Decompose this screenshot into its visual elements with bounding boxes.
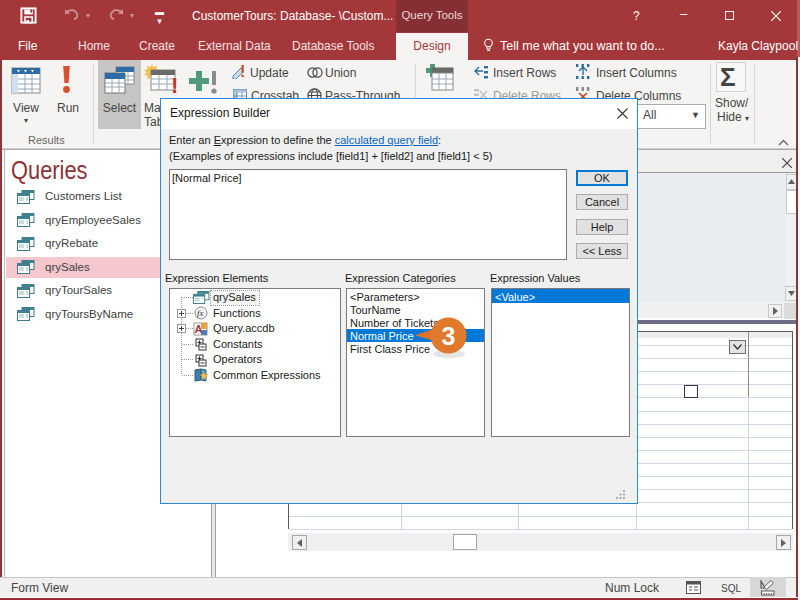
svg-text:A: A <box>195 323 203 335</box>
svg-text:3: 3 <box>442 322 456 350</box>
svg-text:fx: fx <box>197 308 204 318</box>
svg-text:!: ! <box>171 73 177 95</box>
